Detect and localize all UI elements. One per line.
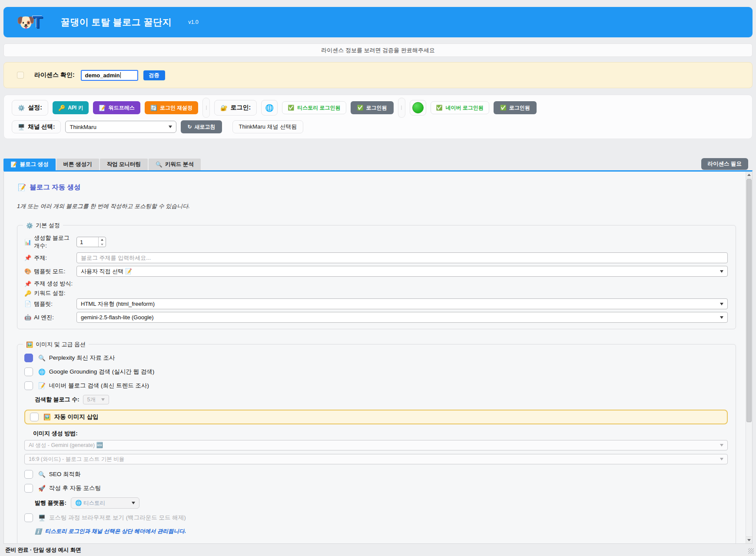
- image-options-group: 🖼️ 이미지 및 고급 옵션 🔍 Perplexity 최신 자료 조사 🌐 G…: [17, 344, 736, 543]
- seo-checkbox[interactable]: [24, 470, 33, 479]
- chevron-down-icon: [720, 270, 723, 273]
- blog-count-spinner[interactable]: 1: [76, 237, 106, 247]
- scroll-up-button[interactable]: [746, 172, 752, 179]
- topic-method-label: 📌 주제 생성 방식:: [24, 280, 76, 288]
- resize-grip[interactable]: [748, 548, 754, 554]
- scroll-down-button[interactable]: [746, 536, 752, 543]
- naver-status-button[interactable]: [410, 100, 426, 116]
- app-logo: 🐶 T: [17, 13, 43, 32]
- google-grounding-checkbox[interactable]: [24, 367, 33, 376]
- rocket-icon: 🚀: [38, 485, 46, 492]
- pushpin-icon: 📌: [24, 281, 31, 287]
- picture-icon: 🖼️: [26, 341, 33, 348]
- auto-post-checkbox[interactable]: [24, 484, 33, 493]
- triangle-up-icon: [747, 174, 751, 176]
- channel-select-label: 🖥️ 채널 선택:: [12, 120, 61, 133]
- picture-icon: 🖼️: [43, 414, 51, 420]
- status-text: 준비 완료 · 단일 생성 예시 화면: [5, 547, 81, 553]
- tistory-logged-in-button[interactable]: ✅ 로그인됨: [351, 101, 394, 114]
- publish-platform-dropdown: 🌐 티스토리: [71, 497, 139, 509]
- template-mode-label: 🎨 템플릿 모드:: [24, 268, 76, 275]
- template-mode-dropdown[interactable]: 사용자 직접 선택 📝: [76, 266, 728, 277]
- palette-icon: 🎨: [24, 268, 31, 275]
- tab-button-generator[interactable]: 버튼 생성기: [56, 159, 99, 170]
- memo-icon: 📝: [10, 161, 17, 168]
- auto-image-checkbox[interactable]: [30, 413, 39, 421]
- triangle-down-icon: [747, 539, 751, 541]
- blog-count-label: 📊 생성할 블로그 개수:: [24, 234, 76, 250]
- license-input[interactable]: demo_admin: [81, 70, 138, 81]
- scrollbar-thumb[interactable]: [746, 179, 752, 422]
- key-icon: 🔑: [24, 290, 31, 297]
- perplexity-checkbox[interactable]: [24, 354, 33, 362]
- template-dropdown[interactable]: HTML 자유형 (html_freeform): [76, 298, 728, 309]
- gear-icon: ⚙️: [26, 222, 33, 229]
- app-version: v1.0: [188, 19, 199, 25]
- page-subtitle: 1개 또는 여러 개의 블로그를 한 번에 작성하고 포스팅할 수 있습니다.: [17, 202, 736, 210]
- verify-button[interactable]: 검증: [143, 70, 165, 80]
- wordpress-button[interactable]: 📝 워드프레스: [93, 101, 140, 114]
- check-icon: ✅: [288, 105, 294, 111]
- check-icon: ✅: [357, 105, 364, 111]
- check-icon: ✅: [436, 105, 443, 111]
- browser-view-label: 🖥️ 포스팅 과정 브라우저로 보기 (백그라운드 모드 해제): [38, 514, 186, 522]
- text-caret: [120, 72, 121, 78]
- seo-label: 🔍 SEO 최적화: [38, 470, 81, 478]
- license-status-indicator: [17, 72, 24, 79]
- image-method-dropdown: AI 생성 - Gemini (generate) 🆕: [24, 440, 728, 450]
- naver-logged-in-button[interactable]: ✅ 로그인됨: [494, 101, 537, 114]
- login-label: 🔐 로그인:: [214, 100, 257, 116]
- chevron-down-icon: [720, 458, 723, 460]
- memo-icon: 📝: [18, 184, 26, 192]
- channel-status-text: ThinkMaru 채널 선택됨: [232, 120, 304, 133]
- license-input-value: demo_admin: [85, 72, 120, 79]
- chevron-down-icon: [169, 126, 172, 128]
- check-icon: ✅: [500, 105, 507, 111]
- tab-keyword-analysis[interactable]: 🔍 키워드 분석: [149, 159, 201, 170]
- license-message-bar: 라이센스 정보를 보려면 검증을 완료해주세요: [3, 43, 753, 57]
- app-header: 🐶 T 꿀댕이 토탈 블로그 꿀단지 v1.0: [3, 7, 753, 37]
- page-title: 📝 블로그 자동 생성: [18, 183, 736, 192]
- image-method-label: 이미지 생성 방법:: [33, 430, 728, 437]
- spinner-up-button[interactable]: [99, 237, 106, 242]
- ai-engine-dropdown[interactable]: gemini-2.5-flash-lite (Google): [76, 312, 728, 323]
- chevron-down-icon: [720, 444, 723, 447]
- tab-job-monitoring[interactable]: 작업 모니터링: [100, 159, 148, 170]
- tistory-globe-button[interactable]: 🌐: [261, 100, 278, 116]
- channel-refresh-button[interactable]: ↻ 새로고침: [181, 120, 222, 133]
- monitor-icon: 🖥️: [38, 514, 46, 521]
- perplexity-label: 🔍 Perplexity 최신 자료 조사: [38, 354, 115, 362]
- license-label: 라이센스 확인:: [34, 71, 75, 79]
- spinner-down-button[interactable]: [99, 242, 106, 247]
- content-scrollbar[interactable]: [746, 172, 752, 543]
- license-required-button[interactable]: 라이센스 필요: [701, 158, 748, 170]
- channel-select-dropdown[interactable]: ThinkMaru: [65, 121, 176, 133]
- status-bar: 준비 완료 · 단일 생성 예시 화면: [5, 546, 81, 554]
- refresh-arrow-icon: ↻: [187, 124, 192, 130]
- license-message: 라이센스 정보를 보려면 검증을 완료해주세요: [321, 46, 434, 54]
- topic-placeholder: 블로그 주제를 입력하세요...: [81, 254, 151, 262]
- login-reset-button[interactable]: 🔄 로그인 재설정: [145, 101, 199, 114]
- basic-settings-group: ⚙️ 기본 설정 📊 생성할 블로그 개수: 1 📌: [17, 225, 736, 329]
- blog-generate-pane: 📝 블로그 자동 생성 1개 또는 여러 개의 블로그를 한 번에 작성하고 포…: [3, 170, 753, 544]
- separator: [398, 98, 405, 118]
- refresh-icon: 🔄: [150, 105, 157, 111]
- gear-icon: ⚙️: [18, 105, 25, 111]
- memo-icon: 📝: [38, 382, 46, 389]
- naver-search-checkbox[interactable]: [24, 381, 33, 390]
- topic-label: 📌 주제:: [24, 254, 76, 262]
- tistory-info-note: ℹ️ 티스토리 로그인과 채널 선택은 상단 헤더에서 관리됩니다.: [35, 528, 728, 535]
- basic-settings-legend: ⚙️ 기본 설정: [23, 222, 63, 229]
- green-circle-icon: [412, 102, 424, 113]
- api-key-button[interactable]: 🔑 API 키: [53, 101, 89, 114]
- monitor-icon: 🖥️: [18, 124, 25, 130]
- topic-input[interactable]: 블로그 주제를 입력하세요...: [76, 252, 728, 263]
- memo-icon: 📝: [99, 105, 106, 111]
- tab-blog-generate[interactable]: 📝 블로그 생성: [3, 159, 56, 170]
- auto-image-box: 🖼️ 자동 이미지 삽입: [24, 410, 728, 424]
- image-ratio-dropdown: 16:9 (와이드) - 블로그 포스트 기본 비율: [24, 454, 728, 464]
- globe-icon: 🌐: [265, 104, 274, 112]
- lock-icon: 🔐: [220, 105, 227, 111]
- tab-bar: 📝 블로그 생성 버튼 생성기 작업 모니터링 🔍 키워드 분석: [3, 159, 201, 170]
- publish-platform-label: 발행 플랫폼:: [35, 499, 66, 507]
